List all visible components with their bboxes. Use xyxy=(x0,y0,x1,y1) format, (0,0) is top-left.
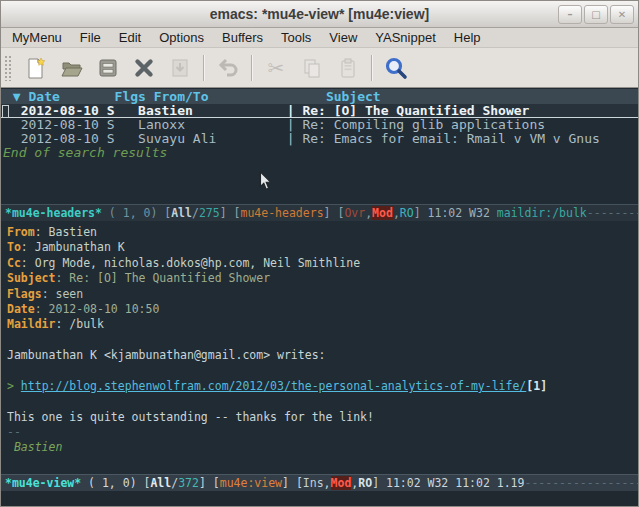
toolbar-separator xyxy=(203,55,205,81)
cut-scissors-icon: ✂ xyxy=(268,56,285,80)
signature-separator: -- xyxy=(7,425,638,440)
menu-item-mymenu[interactable]: MyMenu xyxy=(3,29,71,46)
bracket: [ xyxy=(296,476,303,490)
bracket: ] xyxy=(414,206,428,220)
mouse-pointer xyxy=(259,171,272,191)
modeline-fill: ------------------------- xyxy=(524,476,638,490)
body-comment-line: This one is quite outstanding -- thanks … xyxy=(7,410,638,425)
maximize-icon: □ xyxy=(591,9,600,20)
modeline-fill: -------------------- xyxy=(587,206,638,220)
clock-indicator: 11:02 W32 xyxy=(428,206,497,220)
cursor-position: ( 1, 0) xyxy=(81,476,143,490)
maximize-button[interactable]: □ xyxy=(584,5,608,24)
menu-item-options[interactable]: Options xyxy=(150,29,213,46)
emacs-frame-content: ▼ Date Flgs From/To Subject 2012-08-10 S… xyxy=(1,88,638,506)
modeline-headers[interactable]: *mu4e-headers* ( 1, 0) [All/275] [mu4e-h… xyxy=(1,204,638,221)
headers-column-header[interactable]: ▼ Date Flgs From/To Subject xyxy=(1,89,638,104)
menu-item-view[interactable]: View xyxy=(320,29,366,46)
end-of-search-results: End of search results xyxy=(1,146,638,160)
clock-indicator: 11:02 W32 11:02 1.19 xyxy=(386,476,524,490)
message-count: 275 xyxy=(199,206,220,220)
field-label: Date xyxy=(7,302,35,316)
menu-item-yasnippet[interactable]: YASnippet xyxy=(366,29,444,46)
open-file-button[interactable] xyxy=(54,52,90,84)
paste-clipboard-icon xyxy=(336,56,360,80)
field-label: From xyxy=(7,225,35,239)
header-row-selected[interactable]: 2012-08-10 S Bastien | Re: [O] The Quant… xyxy=(1,104,638,118)
mu4e-view-window: From: Bastien To: Jambunathan K Cc: Org … xyxy=(1,221,638,474)
menu-item-tools[interactable]: Tools xyxy=(272,29,320,46)
title-bar[interactable]: emacs: *mu4e-view* [mu4e:view] – □ ✕ xyxy=(1,1,638,28)
modified-flag: Mod xyxy=(331,476,352,490)
bracket: ] xyxy=(199,476,213,490)
bracket: ] xyxy=(372,476,386,490)
cursor-position: ( 1, 0) xyxy=(102,206,164,220)
menu-item-buffers[interactable]: Buffers xyxy=(213,29,272,46)
comma: , xyxy=(393,206,400,220)
blank-line xyxy=(7,394,638,409)
body-attribution-line: Jambunathan K <kjambunathan@gmail.com> w… xyxy=(7,348,638,363)
field-label: Subject xyxy=(7,271,55,285)
new-file-button[interactable] xyxy=(18,52,54,84)
modified-flag: Mod xyxy=(372,206,393,220)
major-mode: mu4e-headers xyxy=(240,206,323,220)
menu-item-help[interactable]: Help xyxy=(445,29,490,46)
scope-indicator: All xyxy=(150,476,171,490)
body-link[interactable]: http://blog.stephenwolfram.com/2012/03/t… xyxy=(21,379,526,393)
paste-button[interactable] xyxy=(330,52,366,84)
undo-icon xyxy=(216,56,240,80)
toolbar-separator xyxy=(371,55,373,81)
minimize-button[interactable]: – xyxy=(558,5,582,24)
buffer-name: *mu4e-headers* xyxy=(5,206,102,220)
field-value: : seen xyxy=(42,287,84,301)
quote-prefix: > xyxy=(7,379,21,393)
menu-item-file[interactable]: File xyxy=(71,29,110,46)
field-value: : Jambunathan K xyxy=(21,240,125,254)
emacs-window: emacs: *mu4e-view* [mu4e:view] – □ ✕ MyM… xyxy=(0,0,639,507)
field-value: : Org Mode, nicholas.dokos@hp.com, Neil … xyxy=(21,256,360,270)
toolbar-drag-handle[interactable] xyxy=(4,55,13,81)
header-row[interactable]: 2012-08-10 S Suvayu Ali | Re: Emacs for … xyxy=(1,132,638,146)
search-button[interactable] xyxy=(378,52,414,84)
field-flags: Flags: seen xyxy=(7,287,638,302)
cut-button[interactable]: ✂ xyxy=(258,52,294,84)
window-controls: – □ ✕ xyxy=(558,5,634,24)
overwrite-flag: Ovr xyxy=(344,206,365,220)
close-button[interactable]: ✕ xyxy=(610,5,634,24)
field-date: Date: 2012-08-10 10:50 xyxy=(7,302,638,317)
toolbar-separator xyxy=(251,55,253,81)
undo-button[interactable] xyxy=(210,52,246,84)
field-value: : /bulk xyxy=(55,317,103,331)
close-buffer-button[interactable] xyxy=(126,52,162,84)
minibuffer-echo-area[interactable] xyxy=(1,491,638,507)
save-icon xyxy=(96,56,120,80)
slash: / xyxy=(192,206,199,220)
save-as-button[interactable] xyxy=(162,52,198,84)
tool-bar: ✂ xyxy=(1,48,638,88)
save-button[interactable] xyxy=(90,52,126,84)
menu-item-edit[interactable]: Edit xyxy=(110,29,150,46)
field-label: Flags xyxy=(7,287,42,301)
field-label: Cc xyxy=(7,256,21,270)
major-mode: mu4e:view xyxy=(220,476,282,490)
field-maildir: Maildir: /bulk xyxy=(7,317,638,332)
open-folder-icon xyxy=(60,56,84,80)
field-value: : Re: [O] The Quantified Shower xyxy=(55,271,270,285)
delete-x-icon xyxy=(132,56,156,80)
new-file-icon xyxy=(24,56,48,80)
copy-button[interactable] xyxy=(294,52,330,84)
close-icon: ✕ xyxy=(618,9,626,20)
field-value: : 2012-08-10 10:50 xyxy=(35,302,160,316)
field-subject: Subject: Re: [O] The Quantified Shower xyxy=(7,271,638,286)
header-row[interactable]: 2012-08-10 S Lanoxx | Re: Compiling glib… xyxy=(1,118,638,132)
bracket: ] xyxy=(324,206,338,220)
menu-bar: MyMenu File Edit Options Buffers Tools V… xyxy=(1,28,638,48)
hollow-cursor xyxy=(2,105,9,118)
modeline-view[interactable]: *mu4e-view* ( 1, 0) [All/372] [mu4e:view… xyxy=(1,474,638,491)
search-magnifier-icon xyxy=(383,55,409,81)
buffer-name: *mu4e-view* xyxy=(5,476,81,490)
scope-indicator: All xyxy=(171,206,192,220)
minimize-icon: – xyxy=(568,9,573,20)
maildir-indicator: maildir:/bulk xyxy=(497,206,587,220)
bracket: ] xyxy=(282,476,296,490)
